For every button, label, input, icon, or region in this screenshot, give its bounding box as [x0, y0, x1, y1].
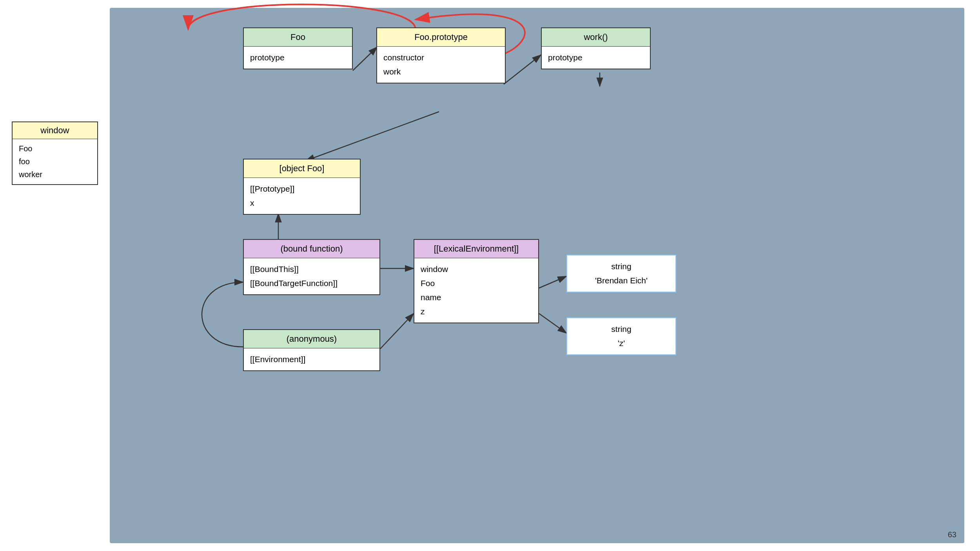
- foo-prototype-row-1: work: [383, 65, 499, 79]
- window-row-2: worker: [19, 168, 91, 181]
- bound-function-row-0: [[BoundThis]]: [250, 262, 373, 276]
- foo-prototype-box-header: Foo.prototype: [377, 28, 505, 47]
- lexical-env-box: [[LexicalEnvironment]] window Foo name z: [414, 239, 539, 323]
- bound-function-box-header: (bound function): [244, 240, 379, 258]
- lexical-env-row-1: Foo: [421, 276, 532, 290]
- string-2-row-1: 'z': [573, 336, 669, 350]
- window-row-1: foo: [19, 155, 91, 168]
- foo-box-body: prototype: [244, 47, 352, 69]
- bound-function-box-body: [[BoundThis]] [[BoundTargetFunction]]: [244, 258, 379, 294]
- work-box: work() prototype: [541, 27, 651, 69]
- object-foo-box-body: [[Prototype]] x: [244, 178, 360, 214]
- object-foo-box: [object Foo] [[Prototype]] x: [243, 159, 361, 215]
- page-number: 63: [948, 530, 956, 539]
- lexical-env-box-body: window Foo name z: [414, 258, 538, 323]
- foo-row-0: prototype: [250, 51, 346, 65]
- lexical-env-row-3: z: [421, 304, 532, 319]
- svg-line-4: [504, 55, 541, 84]
- string-box-2: string 'z': [566, 317, 676, 355]
- string-box-1-body: string 'Brendan Eich': [567, 256, 675, 292]
- string-1-row-1: 'Brendan Eich': [573, 274, 669, 288]
- window-row-0: Foo: [19, 142, 91, 155]
- object-foo-box-header: [object Foo]: [244, 160, 360, 178]
- window-box: window Foo foo worker: [12, 121, 98, 185]
- svg-line-5: [306, 112, 439, 161]
- lexical-env-row-0: window: [421, 262, 532, 276]
- string-1-row-0: string: [573, 259, 669, 274]
- anonymous-row-0: [[Environment]]: [250, 352, 373, 366]
- bound-function-row-1: [[BoundTargetFunction]]: [250, 276, 373, 290]
- foo-prototype-row-0: constructor: [383, 51, 499, 65]
- anonymous-box: (anonymous) [[Environment]]: [243, 329, 380, 371]
- diagram-area: Foo prototype Foo.prototype constructor …: [110, 8, 964, 543]
- work-box-body: prototype: [542, 47, 650, 69]
- lexical-env-box-header: [[LexicalEnvironment]]: [414, 240, 538, 258]
- bound-function-box: (bound function) [[BoundThis]] [[BoundTa…: [243, 239, 380, 295]
- foo-prototype-box-body: constructor work: [377, 47, 505, 83]
- object-foo-row-1: x: [250, 196, 354, 210]
- svg-line-10: [380, 314, 414, 349]
- window-box-header: window: [13, 122, 97, 139]
- foo-box-header: Foo: [244, 28, 352, 47]
- work-row-0: prototype: [548, 51, 644, 65]
- svg-line-3: [353, 47, 377, 71]
- foo-box: Foo prototype: [243, 27, 353, 69]
- work-box-header: work(): [542, 28, 650, 47]
- anonymous-box-body: [[Environment]]: [244, 348, 379, 370]
- svg-line-9: [539, 314, 566, 333]
- string-box-2-body: string 'z': [567, 318, 675, 354]
- string-2-row-0: string: [573, 322, 669, 336]
- object-foo-row-0: [[Prototype]]: [250, 182, 354, 196]
- anonymous-box-header: (anonymous): [244, 330, 379, 348]
- foo-prototype-box: Foo.prototype constructor work: [376, 27, 506, 83]
- string-box-1: string 'Brendan Eich': [566, 255, 676, 292]
- window-box-body: Foo foo worker: [13, 139, 97, 184]
- lexical-env-row-2: name: [421, 290, 532, 304]
- svg-line-8: [539, 276, 566, 288]
